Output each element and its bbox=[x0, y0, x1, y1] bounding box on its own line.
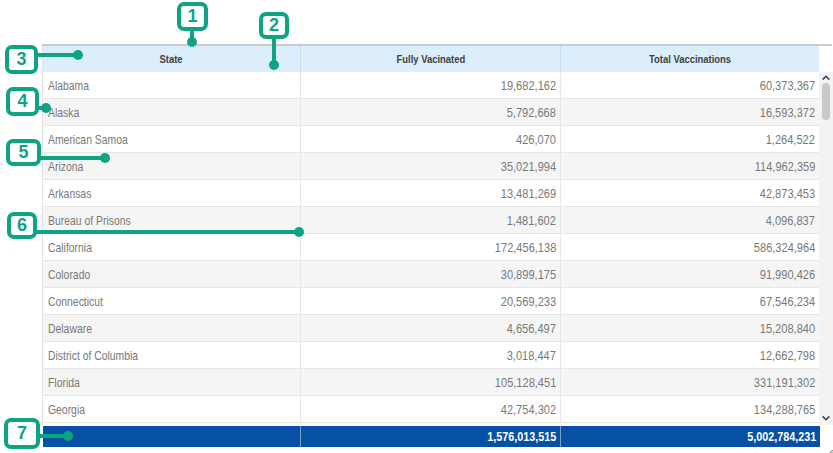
cell-value: American Samoa bbox=[48, 132, 128, 147]
callout-2-number: 2 bbox=[269, 15, 279, 36]
column-header-state[interactable]: State bbox=[43, 46, 301, 72]
row-state-cell: Colorado bbox=[43, 261, 301, 287]
callout-1-dot bbox=[187, 37, 197, 47]
row-fully-vacinated-cell: 35,021,994 bbox=[301, 153, 561, 179]
column-header-fully-vacinated[interactable]: Fully Vacinated bbox=[301, 46, 561, 72]
cell-value: 91,990,426 bbox=[760, 267, 815, 282]
column-header-fully-vacinated-label: Fully Vacinated bbox=[396, 53, 465, 65]
table-row[interactable]: Colorado30,899,17591,990,426 bbox=[43, 261, 819, 288]
cell-value: 12,662,798 bbox=[760, 348, 815, 363]
column-header-total-vaccinations[interactable]: Total Vaccinations bbox=[561, 46, 819, 72]
row-fully-vacinated-cell: 20,569,233 bbox=[301, 288, 561, 314]
table-row[interactable]: Arkansas13,481,26942,873,453 bbox=[43, 180, 819, 207]
row-state-cell: Florida bbox=[43, 369, 301, 395]
table-header-row: State Fully Vacinated Total Vaccinations bbox=[43, 46, 819, 72]
table-row[interactable]: Florida105,128,451331,191,302 bbox=[43, 369, 819, 396]
row-total-vaccinations-cell: 331,191,302 bbox=[561, 369, 819, 395]
callout-1-marker: 1 bbox=[177, 2, 208, 31]
cell-value: Arkansas bbox=[48, 186, 91, 201]
row-state-cell: American Samoa bbox=[43, 126, 301, 152]
cell-value: Connecticut bbox=[48, 294, 103, 309]
total-total-vaccinations-value: 5,002,784,231 bbox=[747, 429, 816, 444]
table-row[interactable]: Georgia42,754,302134,288,765 bbox=[43, 396, 819, 423]
cell-value: 586,324,964 bbox=[754, 240, 815, 255]
cell-value: 19,682,162 bbox=[501, 78, 556, 93]
row-state-cell: District of Columbia bbox=[43, 342, 301, 368]
cell-value: Delaware bbox=[48, 321, 92, 336]
table-visual: State Fully Vacinated Total Vaccinations… bbox=[42, 44, 833, 447]
callout-2-dot bbox=[269, 60, 279, 70]
cell-value: 5,792,668 bbox=[507, 105, 556, 120]
cell-value: 4,656,497 bbox=[507, 321, 556, 336]
row-total-vaccinations-cell: 16,593,372 bbox=[561, 99, 819, 125]
callout-7-marker: 7 bbox=[4, 418, 40, 449]
cell-value: District of Columbia bbox=[48, 348, 138, 363]
table-body: Alabama19,682,16260,373,367Alaska5,792,6… bbox=[43, 72, 819, 423]
row-state-cell: Arkansas bbox=[43, 180, 301, 206]
table-row[interactable]: Delaware4,656,49715,208,840 bbox=[43, 315, 819, 342]
table-row[interactable]: California172,456,138586,324,964 bbox=[43, 234, 819, 261]
resize-grip-icon[interactable] bbox=[827, 442, 833, 448]
cell-value: 172,456,138 bbox=[495, 240, 556, 255]
cell-value: Georgia bbox=[48, 402, 85, 417]
cell-value: 426,070 bbox=[516, 132, 556, 147]
cell-value: 35,021,994 bbox=[501, 159, 556, 174]
row-fully-vacinated-cell: 172,456,138 bbox=[301, 234, 561, 260]
cell-value: 331,191,302 bbox=[754, 375, 815, 390]
total-cell-fully-vacinated: 1,576,013,515 bbox=[301, 426, 561, 447]
total-cell-total-vaccinations: 5,002,784,231 bbox=[561, 426, 820, 447]
total-fully-vacinated-value: 1,576,013,515 bbox=[487, 429, 556, 444]
row-fully-vacinated-cell: 4,656,497 bbox=[301, 315, 561, 341]
table-row[interactable]: Alabama19,682,16260,373,367 bbox=[43, 72, 819, 99]
row-fully-vacinated-cell: 426,070 bbox=[301, 126, 561, 152]
column-header-state-label: State bbox=[160, 53, 183, 65]
scroll-down-arrow-icon[interactable] bbox=[819, 413, 833, 423]
table-row[interactable]: Connecticut20,569,23367,546,234 bbox=[43, 288, 819, 315]
cell-value: 4,096,837 bbox=[766, 213, 815, 228]
callout-5-dot bbox=[100, 153, 110, 163]
row-total-vaccinations-cell: 15,208,840 bbox=[561, 315, 819, 341]
row-total-vaccinations-cell: 12,662,798 bbox=[561, 342, 819, 368]
cell-value: Florida bbox=[48, 375, 80, 390]
row-state-cell: Connecticut bbox=[43, 288, 301, 314]
callout-2-marker: 2 bbox=[259, 12, 289, 39]
cell-value: 134,288,765 bbox=[754, 402, 815, 417]
table-row[interactable]: Alaska5,792,66816,593,372 bbox=[43, 99, 819, 126]
row-total-vaccinations-cell: 42,873,453 bbox=[561, 180, 819, 206]
cell-value: 114,962,359 bbox=[754, 159, 815, 174]
scroll-up-arrow-icon[interactable] bbox=[819, 72, 833, 82]
row-state-cell: Delaware bbox=[43, 315, 301, 341]
callout-3-marker: 3 bbox=[5, 45, 38, 74]
callout-4-number: 4 bbox=[17, 91, 27, 112]
callout-7-number: 7 bbox=[17, 423, 27, 444]
cell-value: 105,128,451 bbox=[495, 375, 556, 390]
row-total-vaccinations-cell: 67,546,234 bbox=[561, 288, 819, 314]
callout-5-marker: 5 bbox=[6, 139, 41, 166]
vertical-scrollbar[interactable] bbox=[819, 72, 833, 425]
row-fully-vacinated-cell: 1,481,602 bbox=[301, 207, 561, 233]
table-row[interactable]: American Samoa426,0701,264,522 bbox=[43, 126, 819, 153]
table-total-row: 1,576,013,515 5,002,784,231 bbox=[43, 426, 820, 447]
cell-value: California bbox=[48, 240, 92, 255]
row-total-vaccinations-cell: 114,962,359 bbox=[561, 153, 819, 179]
table-row[interactable]: Arizona35,021,994114,962,359 bbox=[43, 153, 819, 180]
cell-value: 67,546,234 bbox=[760, 294, 815, 309]
callout-6-dot bbox=[294, 227, 304, 237]
callout-3-number: 3 bbox=[16, 49, 26, 70]
cell-value: Arizona bbox=[48, 159, 83, 174]
cell-value: 20,569,233 bbox=[501, 294, 556, 309]
total-cell-state bbox=[43, 426, 301, 447]
row-fully-vacinated-cell: 105,128,451 bbox=[301, 369, 561, 395]
callout-3-dot bbox=[73, 50, 83, 60]
callout-5-number: 5 bbox=[18, 142, 28, 163]
cell-value: 30,899,175 bbox=[501, 267, 556, 282]
cell-value: 1,481,602 bbox=[507, 213, 556, 228]
row-state-cell: California bbox=[43, 234, 301, 260]
cell-value: 3,018,447 bbox=[507, 348, 556, 363]
table-row[interactable]: District of Columbia3,018,44712,662,798 bbox=[43, 342, 819, 369]
cell-value: Colorado bbox=[48, 267, 90, 282]
scrollbar-thumb[interactable] bbox=[822, 83, 830, 120]
row-total-vaccinations-cell: 4,096,837 bbox=[561, 207, 819, 233]
column-header-total-vaccinations-label: Total Vaccinations bbox=[649, 53, 731, 65]
cell-value: 15,208,840 bbox=[760, 321, 815, 336]
